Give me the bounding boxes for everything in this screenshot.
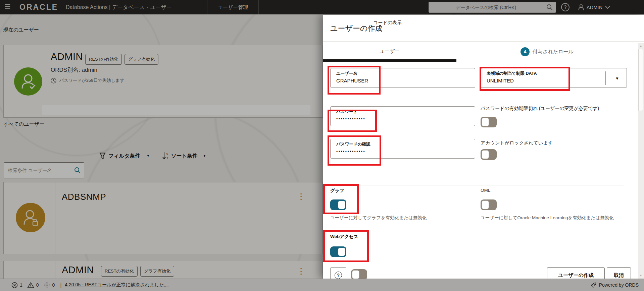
quota-field[interactable]: 表領域の割当て制限 DATA UNLIMITED ▼ bbox=[481, 68, 627, 88]
active-tab-underline bbox=[323, 59, 456, 62]
graph-help-text: ユーザーに対してグラフを有効化または無効化 bbox=[330, 215, 427, 221]
tab-user-label: ユーザー bbox=[323, 48, 456, 55]
toggle-knob bbox=[482, 118, 489, 126]
tab-granted-roles[interactable]: 4 付与されたロール bbox=[456, 42, 638, 62]
processes-gear-icon[interactable] bbox=[44, 282, 50, 288]
status-bar: 1 0 0 | 4:20:05 - RESTコールが正常に解決されました。 Po… bbox=[0, 279, 644, 291]
tab-roles-label: 付与されたロール bbox=[533, 49, 574, 55]
global-search bbox=[429, 2, 556, 13]
user-menu-label: ADMIN bbox=[587, 5, 603, 10]
confirm-password-label: パスワードの確認 bbox=[336, 141, 475, 147]
password-expired-toggle[interactable] bbox=[481, 117, 497, 127]
powered-by-link: Powered by ORDS bbox=[599, 282, 639, 288]
scroll-down-icon[interactable]: ▼ bbox=[638, 274, 644, 277]
database-actions-app: 現在のユーザー ADMIN RESTの有効化グラフ有効化 ORDS別名: adm… bbox=[0, 0, 644, 291]
search-icon[interactable] bbox=[546, 4, 553, 10]
graph-label: グラフ bbox=[330, 188, 344, 194]
hamburger-menu-icon[interactable]: ☰ bbox=[4, 3, 11, 11]
toggle-knob bbox=[352, 270, 359, 279]
divider bbox=[258, 0, 259, 14]
web-access-toggle[interactable] bbox=[330, 246, 346, 257]
dropdown-caret-icon[interactable]: ▼ bbox=[615, 76, 619, 81]
warnings-icon[interactable] bbox=[27, 282, 34, 288]
scrollbar-thumb[interactable] bbox=[638, 49, 643, 111]
username-value[interactable]: GRAPHUSER bbox=[336, 78, 475, 83]
rocket-icon bbox=[591, 282, 597, 288]
section-divider bbox=[330, 185, 624, 185]
separator: | bbox=[60, 282, 61, 288]
tab-user[interactable]: ユーザー bbox=[323, 42, 456, 62]
app-header: ☰ ORACLE Database Actions | データベース・ユーザー … bbox=[0, 0, 644, 14]
warnings-count: 0 bbox=[36, 282, 39, 288]
confirm-password-field[interactable]: パスワードの確認 ••••••••••••• bbox=[330, 139, 475, 159]
person-icon bbox=[578, 4, 584, 10]
toggle-knob bbox=[338, 200, 345, 209]
password-masked-value[interactable]: ••••••••••••• bbox=[336, 117, 475, 121]
create-user-drawer: ユーザーの作成 ユーザー 4 付与されたロール ユーザー名 GRAPHUSER … bbox=[323, 15, 644, 279]
errors-count: 1 bbox=[20, 282, 22, 288]
drawer-tabs: ユーザー 4 付与されたロール bbox=[323, 41, 644, 62]
username-label: ユーザー名 bbox=[336, 71, 475, 76]
toggle-knob bbox=[482, 150, 489, 159]
account-locked-label: アカウントがロックされています bbox=[481, 140, 553, 146]
question-mark-icon: ? bbox=[335, 272, 342, 279]
oml-toggle[interactable] bbox=[481, 199, 497, 210]
password-label: パスワード bbox=[336, 109, 475, 115]
password-expired-label: パスワードの有効期限切れ (ユーザーの変更が必要です) bbox=[481, 106, 599, 112]
app-title: Database Actions | データベース・ユーザー bbox=[66, 4, 172, 11]
oml-help-text: ユーザーに対してOracle Machine Learningを有効化または無効… bbox=[481, 215, 632, 221]
user-menu[interactable]: ADMIN bbox=[578, 0, 610, 14]
chevron-down-icon bbox=[605, 6, 610, 9]
divider bbox=[605, 71, 606, 85]
confirm-password-masked-value[interactable]: ••••••••••••• bbox=[336, 149, 475, 154]
scroll-up-icon[interactable]: ▲ bbox=[638, 44, 644, 48]
status-message-link[interactable]: 4:20:05 - RESTコールが正常に解決されました。 bbox=[65, 282, 168, 288]
show-code-label: コードの表示 bbox=[373, 20, 402, 26]
tab-user-management[interactable]: ユーザー管理 bbox=[207, 0, 259, 14]
help-icon[interactable]: ? bbox=[561, 3, 569, 11]
password-field[interactable]: パスワード ••••••••••••• bbox=[330, 106, 475, 126]
toggle-knob bbox=[338, 247, 345, 256]
powered-by-ords[interactable]: Powered by ORDS bbox=[591, 282, 639, 288]
global-search-input[interactable] bbox=[429, 2, 556, 13]
roles-count-badge: 4 bbox=[521, 47, 530, 56]
web-access-label: Webアクセス bbox=[330, 234, 358, 240]
toggle-knob bbox=[482, 200, 489, 209]
graph-toggle[interactable] bbox=[330, 199, 346, 210]
oml-label: OML bbox=[481, 188, 490, 193]
username-field[interactable]: ユーザー名 GRAPHUSER bbox=[330, 68, 475, 88]
errors-icon[interactable] bbox=[11, 282, 18, 288]
oracle-logo: ORACLE bbox=[19, 3, 58, 12]
account-locked-toggle[interactable] bbox=[481, 149, 497, 160]
panel-scrollbar[interactable]: ▲ ▼ bbox=[638, 43, 644, 279]
processes-count: 0 bbox=[52, 282, 55, 288]
